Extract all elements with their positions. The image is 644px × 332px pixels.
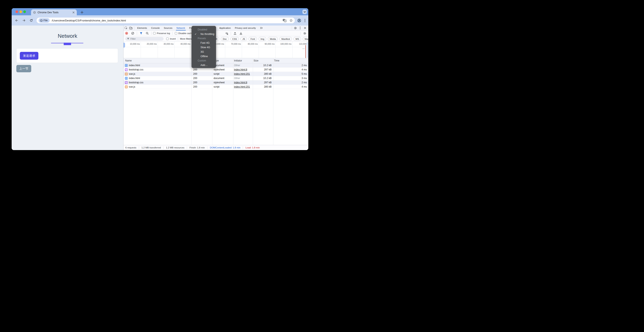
load-event-line [306, 45, 306, 58]
chip-css[interactable]: CSS [230, 37, 239, 41]
column-header-name[interactable]: Name [125, 58, 132, 63]
bookmark-star-icon[interactable] [289, 19, 293, 22]
request-name: vue.js [129, 72, 135, 76]
throttling-option-slow-4g[interactable]: Slow 4G [192, 45, 216, 50]
chip-wasm[interactable]: Wasm [303, 37, 308, 41]
import-har-icon[interactable] [232, 31, 238, 36]
request-time: 2 ms [302, 63, 307, 68]
request-name: index.html [129, 63, 140, 68]
column-header-initiator[interactable]: Initiator [234, 58, 242, 63]
devtools-menu-icon[interactable] [298, 26, 302, 30]
network-settings-icon[interactable] [302, 31, 307, 36]
close-window-button[interactable] [16, 10, 18, 13]
column-header-size[interactable]: Size [254, 58, 258, 63]
more-filters-button[interactable]: More filters [180, 38, 192, 40]
throttling-option-fast-4g[interactable]: Fast 4G [192, 41, 216, 45]
status-item: 1.2 MB resources [166, 146, 184, 149]
request-row[interactable]: bootstrap.css200stylesheetindex.html:829… [124, 80, 308, 85]
screen: Chrome Dev Tools File /Users/eve/Desktop… [0, 0, 322, 166]
tab-search-button[interactable] [302, 10, 307, 14]
network-conditions-icon[interactable] [224, 31, 229, 36]
request-initiator[interactable]: index.html:201 [234, 72, 250, 76]
ruler-label: 70,000 ms [231, 42, 241, 46]
chip-media[interactable]: Media [268, 37, 278, 41]
device-toolbar-icon[interactable] [128, 26, 133, 30]
url-text: /Users/eve/Desktop/CS/Frontend/chrome_de… [52, 19, 280, 22]
devtools-tab-sources[interactable]: Sources [162, 26, 174, 30]
chip-font[interactable]: Font [249, 37, 257, 41]
devtools-tab-privacy-and-security[interactable]: Privacy and security [233, 26, 258, 30]
browser-menu-icon[interactable] [304, 19, 306, 22]
ruler-gridline [174, 42, 174, 58]
request-row[interactable]: bootstrap.css200stylesheetindex.html:829… [124, 68, 308, 72]
column-header-time[interactable]: Time [274, 58, 279, 63]
chip-js[interactable]: JS [240, 37, 247, 41]
status-item: Finish: 1.8 min [190, 146, 205, 149]
request-row[interactable]: vue.js200scriptindex.html:201285 kB5 ms [124, 72, 308, 76]
chip-ws[interactable]: WS [294, 37, 301, 41]
devtools-tab-console[interactable]: Console [149, 26, 162, 30]
throttling-menu: Disabled✓No throttlingPresetsFast 4GSlow… [192, 26, 216, 68]
search-icon[interactable] [145, 31, 150, 36]
more-tabs-icon[interactable] [260, 27, 263, 29]
inspect-element-icon[interactable] [124, 26, 128, 30]
reload-button[interactable] [28, 18, 34, 23]
request-initiator[interactable]: index.html:8 [234, 68, 247, 72]
throttling-option-offline[interactable]: Offline [192, 54, 216, 58]
tab-close-icon[interactable] [72, 11, 75, 14]
request-time: 3 ms [302, 76, 307, 80]
filter-icon[interactable] [139, 31, 144, 36]
status-bar: 6 requests1.2 MB transferred1.2 MB resou… [124, 145, 308, 150]
tab-title: Chrome Dev Tools [38, 11, 71, 14]
export-har-icon[interactable] [238, 31, 244, 36]
request-row[interactable]: index.html200documentOther10.2 kB3 ms [124, 76, 308, 80]
throttling-option-3g[interactable]: 3G [192, 50, 216, 54]
browser-toolbar: File /Users/eve/Desktop/CS/Frontend/chro… [12, 15, 308, 26]
throttling-option-add-[interactable]: Add… [192, 63, 216, 68]
browser-tab[interactable]: Chrome Dev Tools [31, 10, 77, 15]
throttling-section-custom: Custom [192, 58, 216, 63]
filter-input[interactable]: Filter [125, 37, 164, 41]
overview-left-handle[interactable] [124, 43, 125, 48]
tab-strip: Chrome Dev Tools [12, 8, 308, 15]
disable-cache-checkbox[interactable]: Disable cache [175, 32, 193, 34]
translate-icon[interactable]: GA [282, 19, 286, 22]
request-status: 200 [193, 68, 197, 72]
status-separator [163, 146, 164, 149]
file-scheme-badge[interactable]: File [38, 18, 50, 23]
chip-img[interactable]: Img [259, 37, 266, 41]
devtools-close-icon[interactable] [302, 26, 308, 30]
devtools-settings-icon[interactable] [293, 26, 298, 30]
request-initiator[interactable]: index.html:8 [234, 80, 247, 85]
minimize-window-button[interactable] [20, 10, 22, 13]
previous-section-button[interactable]: 上一节 [16, 65, 31, 72]
request-initiator: Other [234, 63, 240, 68]
devtools-tab-network[interactable]: Network [174, 26, 187, 30]
send-request-button[interactable]: 发送请求 [20, 52, 38, 60]
filter-funnel-icon [127, 38, 129, 40]
throttling-option-no-throttling[interactable]: ✓No throttling [192, 32, 216, 36]
address-bar[interactable]: File /Users/eve/Desktop/CS/Frontend/chro… [36, 18, 295, 23]
request-name: index.html [129, 76, 140, 80]
preserve-log-checkbox[interactable]: Preserve log [153, 32, 170, 34]
forward-button[interactable] [21, 18, 27, 23]
devtools-tab-elements[interactable]: Elements [135, 26, 149, 30]
new-tab-button[interactable] [80, 10, 84, 15]
clear-network-log-icon[interactable] [130, 31, 135, 36]
chip-manifest[interactable]: Manifest [280, 37, 292, 41]
request-type: script [214, 72, 220, 76]
request-initiator[interactable]: index.html:201 [234, 85, 250, 89]
request-size: 10.2 kB [263, 76, 272, 80]
request-row[interactable]: vue.js200scriptindex.html:201285 kB4 ms [124, 85, 308, 89]
devtools-tab-application[interactable]: Application [217, 26, 233, 30]
chip-doc[interactable]: Doc [221, 37, 229, 41]
request-size: 297 kB [264, 80, 272, 85]
overview-scrollbar[interactable] [307, 42, 308, 58]
zoom-window-button[interactable] [23, 10, 26, 13]
back-button[interactable] [14, 18, 20, 23]
status-separator [207, 146, 208, 149]
ruler-gridline [259, 42, 259, 58]
record-network-log-icon[interactable] [124, 31, 129, 36]
profile-avatar-icon[interactable] [297, 18, 301, 22]
invert-checkbox[interactable]: Invert [166, 38, 176, 40]
